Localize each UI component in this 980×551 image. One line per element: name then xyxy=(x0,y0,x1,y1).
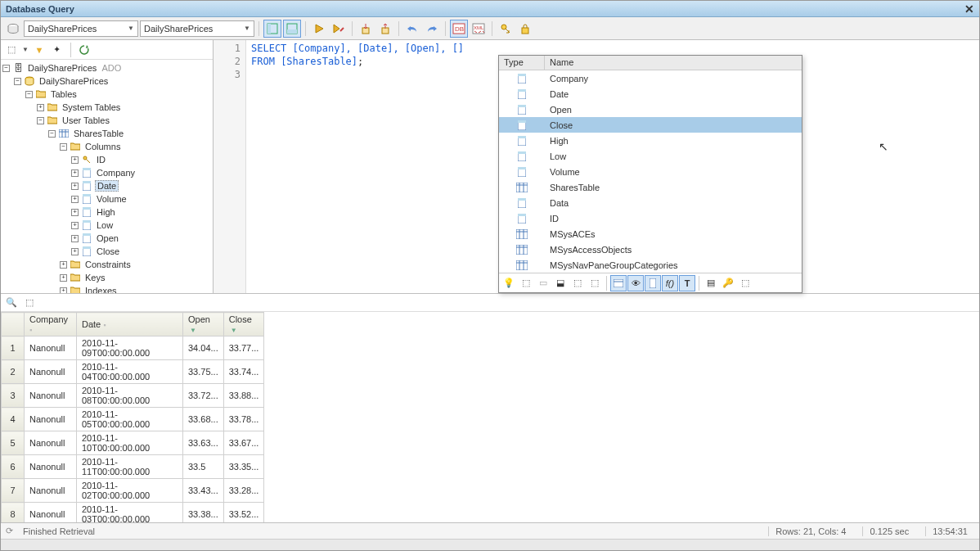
ac-tool-2-button[interactable]: ⬚ xyxy=(518,275,534,291)
table-row[interactable]: 1Nanonull2010-11-09T00:00:00.00034.04...… xyxy=(2,336,264,360)
results-grid-container[interactable]: Company ▪Date ▪Open ▼Close ▼ 1Nanonull20… xyxy=(1,312,979,522)
ac-tool-5-button[interactable]: ⬚ xyxy=(569,275,586,291)
autocomplete-item[interactable]: Date xyxy=(499,86,802,102)
autocomplete-item[interactable]: ID xyxy=(499,210,802,226)
table-row[interactable]: 8Nanonull2010-11-03T00:00:00.00033.38...… xyxy=(2,503,264,523)
cell[interactable]: 33.35... xyxy=(223,455,264,479)
tree-tables[interactable]: Tables xyxy=(49,89,79,99)
ac-col-button[interactable] xyxy=(645,275,661,291)
autocomplete-item[interactable]: Low xyxy=(499,148,802,164)
pin-button[interactable]: ⬚ xyxy=(22,296,37,310)
connection-combo-2[interactable]: DailySharePrices ▼ xyxy=(140,20,254,37)
export-button[interactable] xyxy=(376,20,394,38)
tree-layout-button[interactable]: ⬚ xyxy=(4,43,19,57)
execute-edit-button[interactable] xyxy=(330,20,348,38)
locate-button[interactable]: ✦ xyxy=(50,43,65,57)
refresh-button[interactable] xyxy=(77,43,92,57)
table-row[interactable]: 7Nanonull2010-11-02T00:00:00.00033.43...… xyxy=(2,479,264,503)
datasource-icon[interactable] xyxy=(4,20,22,38)
undo-button[interactable] xyxy=(403,20,421,38)
ac-misc-3-button[interactable]: ⬚ xyxy=(737,275,753,291)
cell[interactable]: Nanonull xyxy=(25,455,77,479)
autocomplete-item[interactable]: MSysNavPaneGroupCategories xyxy=(499,257,802,273)
cell[interactable]: Nanonull xyxy=(25,479,77,503)
autocomplete-item[interactable]: Open xyxy=(499,102,802,117)
db-tool-1-button[interactable]: DB xyxy=(450,20,468,38)
table-row[interactable]: 6Nanonull2010-11-11T00:00:00.00033.533.3… xyxy=(2,455,264,479)
autocomplete-item[interactable]: Company xyxy=(499,70,802,86)
tree-col-id[interactable]: ID xyxy=(95,155,107,165)
autocomplete-item[interactable]: MSysACEs xyxy=(499,226,802,242)
ac-view-button[interactable]: 👁 xyxy=(627,275,644,291)
tree-col-date[interactable]: Date xyxy=(95,180,119,192)
redo-button[interactable] xyxy=(423,20,441,38)
cell[interactable]: 2010-11-08T00:00:00.000 xyxy=(77,384,183,408)
column-header[interactable]: Company ▪ xyxy=(25,313,77,336)
tree-keys[interactable]: Keys xyxy=(83,273,106,282)
table-row[interactable]: 5Nanonull2010-11-10T00:00:00.00033.63...… xyxy=(2,431,264,455)
table-row[interactable]: 4Nanonull2010-11-05T00:00:00.00033.68...… xyxy=(2,408,264,431)
cell[interactable]: 2010-11-02T00:00:00.000 xyxy=(77,479,183,503)
cell[interactable]: 2010-11-04T00:00:00.000 xyxy=(77,360,183,384)
autocomplete-item[interactable]: Volume xyxy=(499,164,802,179)
cell[interactable]: 2010-11-03T00:00:00.000 xyxy=(77,503,183,523)
lock-tool-button[interactable] xyxy=(516,20,534,38)
column-header[interactable]: Close ▼ xyxy=(223,313,264,336)
cell[interactable]: Nanonull xyxy=(25,503,77,523)
autocomplete-item[interactable]: SharesTable xyxy=(499,179,802,195)
ac-text-button[interactable]: T xyxy=(679,275,695,291)
import-button[interactable] xyxy=(357,20,375,38)
key-tool-button[interactable] xyxy=(497,20,515,38)
ac-func-button[interactable]: f() xyxy=(662,275,678,291)
autocomplete-list[interactable]: CompanyDateOpenCloseHighLowVolumeSharesT… xyxy=(499,70,802,273)
results-grid[interactable]: Company ▪Date ▪Open ▼Close ▼ 1Nanonull20… xyxy=(1,312,264,522)
tree-user-tables[interactable]: User Tables xyxy=(61,115,111,125)
tree-col-open[interactable]: Open xyxy=(95,233,120,243)
cell[interactable]: Nanonull xyxy=(25,360,77,384)
xml-tool-button[interactable]: XML xyxy=(470,20,488,38)
tree-database[interactable]: DailySharePrices xyxy=(38,76,110,86)
cell[interactable]: 34.04... xyxy=(183,336,224,360)
chevron-down-icon[interactable]: ▼ xyxy=(22,46,29,53)
column-header[interactable]: Date ▪ xyxy=(77,313,183,336)
autocomplete-item[interactable]: Close xyxy=(499,117,802,133)
cell[interactable]: 33.88... xyxy=(223,384,264,408)
tree-indexes[interactable]: Indexes xyxy=(83,286,119,293)
column-header[interactable]: Open ▼ xyxy=(183,313,224,336)
ac-tool-6-button[interactable]: ⬚ xyxy=(587,275,603,291)
cell[interactable]: 33.43... xyxy=(183,479,224,503)
autocomplete-popup[interactable]: Type Name CompanyDateOpenCloseHighLowVol… xyxy=(498,55,802,293)
cell[interactable]: 2010-11-05T00:00:00.000 xyxy=(77,408,183,431)
cell[interactable]: 33.38... xyxy=(183,503,224,523)
ac-tool-3-button[interactable]: ▭ xyxy=(535,275,551,291)
cell[interactable]: Nanonull xyxy=(25,408,77,431)
cell[interactable]: Nanonull xyxy=(25,431,77,455)
filter-button[interactable]: ▼ xyxy=(32,43,47,57)
cell[interactable]: Nanonull xyxy=(25,336,77,360)
tree-col-low[interactable]: Low xyxy=(95,220,115,230)
ac-misc-2-button[interactable]: 🔑 xyxy=(720,275,736,291)
autocomplete-header-type[interactable]: Type xyxy=(499,56,545,70)
hint-button[interactable]: 💡 xyxy=(501,275,517,291)
ac-misc-1-button[interactable]: ▤ xyxy=(703,275,719,291)
cell[interactable]: Nanonull xyxy=(25,384,77,408)
tree-constraints[interactable]: Constraints xyxy=(83,260,133,269)
cell[interactable]: 33.28... xyxy=(223,479,264,503)
cell[interactable]: 2010-11-10T00:00:00.000 xyxy=(77,431,183,455)
layout-1-button[interactable] xyxy=(263,20,281,38)
autocomplete-header-name[interactable]: Name xyxy=(545,56,802,70)
layout-2-button[interactable] xyxy=(283,20,301,38)
tree-col-close[interactable]: Close xyxy=(95,246,121,256)
connection-combo-1[interactable]: DailySharePrices ▼ xyxy=(24,20,138,37)
cell[interactable]: 33.78... xyxy=(223,408,264,431)
cell[interactable]: 33.75... xyxy=(183,360,224,384)
tree-columns[interactable]: Columns xyxy=(83,142,122,151)
cell[interactable]: 33.52... xyxy=(223,503,264,523)
table-row[interactable]: 2Nanonull2010-11-04T00:00:00.00033.75...… xyxy=(2,360,264,384)
close-icon[interactable]: ✕ xyxy=(964,2,974,16)
cell[interactable]: 33.77... xyxy=(223,336,264,360)
autocomplete-item[interactable]: High xyxy=(499,133,802,148)
cell[interactable]: 2010-11-09T00:00:00.000 xyxy=(77,336,183,360)
tree-col-high[interactable]: High xyxy=(95,207,117,217)
find-button[interactable]: 🔍 xyxy=(4,296,19,310)
